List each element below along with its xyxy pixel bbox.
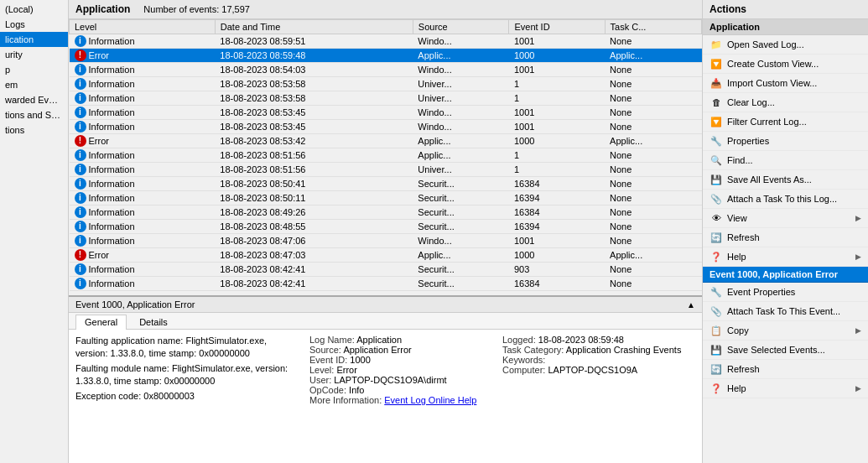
save-icon: 💾 xyxy=(709,343,723,356)
field-value: LAPTOP-DQCS1O9A xyxy=(548,365,637,375)
detail-line-3: Exception code: 0x80000003 xyxy=(75,390,296,403)
table-row[interactable]: iInformation 18-08-2023 08:53:58 Univer.… xyxy=(70,77,702,91)
cell-eventid: 1000 xyxy=(509,134,605,148)
action-item-event-properties[interactable]: 🔧 Event Properties xyxy=(703,283,868,302)
cell-datetime: 18-08-2023 08:47:03 xyxy=(215,248,413,263)
col-task[interactable]: Task C... xyxy=(605,20,701,34)
table-row[interactable]: !Error 18-08-2023 08:47:03 Applic... 100… xyxy=(70,248,702,263)
action-item-attach-task-to-this-event---[interactable]: 📎 Attach Task To This Event... xyxy=(703,302,868,321)
table-row[interactable]: !Error 18-08-2023 08:59:48 Applic... 100… xyxy=(70,49,702,63)
cell-level: !Error xyxy=(70,248,216,263)
action-item-copy[interactable]: 📋 Copy ▶ xyxy=(703,321,868,341)
action-item-open-saved-log---[interactable]: 📁 Open Saved Log... xyxy=(703,35,868,55)
detail-tabs: General Details xyxy=(69,313,702,330)
cell-eventid: 1001 xyxy=(509,234,605,248)
cell-datetime: 18-08-2023 08:48:55 xyxy=(215,220,413,234)
attach-icon: 📎 xyxy=(709,192,723,205)
action-label: Filter Current Log... xyxy=(727,117,861,127)
action-item-attach-a-task-to-this-log---[interactable]: 📎 Attach a Task To this Log... xyxy=(703,190,868,209)
table-row[interactable]: iInformation 18-08-2023 08:49:26 Securit… xyxy=(70,205,702,220)
event-table-container[interactable]: Level Date and Time Source Event ID Task… xyxy=(69,19,702,295)
action-item-filter-current-log---[interactable]: 🔽 Filter Current Log... xyxy=(703,112,868,132)
sidebar-item-application[interactable]: lication xyxy=(0,32,68,47)
help-icon: ❓ xyxy=(709,382,723,395)
detail-fields: Log Name: ApplicationLogged: 18-08-2023 … xyxy=(309,335,695,458)
cell-level: iInformation xyxy=(70,220,216,234)
cell-task: None xyxy=(605,263,701,277)
table-row[interactable]: iInformation 18-08-2023 08:42:41 Securit… xyxy=(70,277,702,291)
cell-level: !Error xyxy=(70,49,216,63)
attach-icon: 📎 xyxy=(709,304,723,318)
action-item-refresh[interactable]: 🔄 Refresh xyxy=(703,228,868,247)
right-panel: Actions Application 📁 Open Saved Log... … xyxy=(702,0,868,463)
cell-datetime: 18-08-2023 08:59:48 xyxy=(215,49,413,63)
col-datetime[interactable]: Date and Time xyxy=(215,20,413,34)
table-row[interactable]: iInformation 18-08-2023 08:59:51 Windo..… xyxy=(70,34,702,49)
cell-datetime: 18-08-2023 08:54:03 xyxy=(215,63,413,77)
cell-task: Applic... xyxy=(605,134,701,148)
cell-level: iInformation xyxy=(70,106,216,120)
action-item-help[interactable]: ❓ Help ▶ xyxy=(703,379,868,398)
info-icon: i xyxy=(75,221,86,232)
table-row[interactable]: iInformation 18-08-2023 08:42:41 Securit… xyxy=(70,263,702,277)
tab-details[interactable]: Details xyxy=(130,315,177,329)
action-item-import-custom-view---[interactable]: 📥 Import Custom View... xyxy=(703,74,868,93)
table-row[interactable]: iInformation 18-08-2023 08:53:58 Univer.… xyxy=(70,91,702,106)
action-item-view[interactable]: 👁 View ▶ xyxy=(703,209,868,228)
table-row[interactable]: iInformation 18-08-2023 08:53:45 Windo..… xyxy=(70,106,702,120)
table-row[interactable]: iInformation 18-08-2023 08:47:06 Windo..… xyxy=(70,234,702,248)
sidebar-item-subscriptions[interactable]: tions xyxy=(0,122,68,138)
action-item-save-all-events-as---[interactable]: 💾 Save All Events As... xyxy=(703,170,868,190)
field-label: More Information: xyxy=(309,395,382,405)
sidebar-item-security[interactable]: urity xyxy=(0,47,68,62)
event-log-link[interactable]: Event Log Online Help xyxy=(384,395,476,405)
submenu-arrow: ▶ xyxy=(855,214,861,222)
level-text: Information xyxy=(89,278,135,289)
table-row[interactable]: iInformation 18-08-2023 08:51:56 Applic.… xyxy=(70,148,702,163)
submenu-arrow: ▶ xyxy=(855,252,861,261)
table-row[interactable]: iInformation 18-08-2023 08:54:03 Windo..… xyxy=(70,63,702,77)
table-row[interactable]: iInformation 18-08-2023 08:50:11 Securit… xyxy=(70,191,702,205)
table-row[interactable]: iInformation 18-08-2023 08:48:55 Securit… xyxy=(70,220,702,234)
col-source[interactable]: Source xyxy=(413,20,509,34)
table-header-row: Level Date and Time Source Event ID Task… xyxy=(70,20,702,34)
sidebar-item-local[interactable]: (Local) xyxy=(0,2,68,17)
action-item-refresh[interactable]: 🔄 Refresh xyxy=(703,360,868,379)
table-row[interactable]: iInformation 18-08-2023 08:53:45 Windo..… xyxy=(70,120,702,134)
field-label: Source: xyxy=(309,345,341,355)
level-text: Information xyxy=(89,164,135,174)
field-value: Info xyxy=(349,385,364,395)
action-label: View xyxy=(727,213,851,223)
col-level[interactable]: Level xyxy=(70,20,216,34)
action-item-properties[interactable]: 🔧 Properties xyxy=(703,132,868,151)
sidebar-item-logs[interactable]: Logs xyxy=(0,17,68,32)
col-eventid[interactable]: Event ID xyxy=(509,20,605,34)
cell-level: iInformation xyxy=(70,34,216,49)
action-label: Import Custom View... xyxy=(727,78,861,88)
sidebar-item-services[interactable]: tions and Services Lo xyxy=(0,107,68,122)
info-icon: i xyxy=(75,35,86,47)
level-text: Error xyxy=(89,50,109,60)
table-row[interactable]: !Error 18-08-2023 08:53:42 Applic... 100… xyxy=(70,134,702,148)
detail-collapse-button[interactable]: ▲ xyxy=(687,300,695,310)
action-item-clear-log---[interactable]: 🗑 Clear Log... xyxy=(703,93,868,112)
table-row[interactable]: iInformation 18-08-2023 08:50:41 Securit… xyxy=(70,177,702,191)
cell-datetime: 18-08-2023 08:49:26 xyxy=(215,205,413,220)
table-row[interactable]: iInformation 18-08-2023 08:51:56 Univer.… xyxy=(70,163,702,177)
action-item-find---[interactable]: 🔍 Find... xyxy=(703,151,868,170)
cell-level: !Error xyxy=(70,134,216,148)
tab-general[interactable]: General xyxy=(75,315,127,330)
cell-level: iInformation xyxy=(70,205,216,220)
action-item-create-custom-view---[interactable]: 🔽 Create Custom View... xyxy=(703,55,868,74)
field-value: Error xyxy=(336,365,356,375)
sidebar-item-system[interactable]: em xyxy=(0,77,68,92)
actions-section-event: Event 1000, Application Error xyxy=(703,267,868,283)
folder-icon: 📁 xyxy=(709,38,723,51)
action-item-help[interactable]: ❓ Help ▶ xyxy=(703,247,868,267)
cell-eventid: 1 xyxy=(509,91,605,106)
cell-task: None xyxy=(605,220,701,234)
sidebar-item-setup[interactable]: p xyxy=(0,62,68,77)
find-icon: 🔍 xyxy=(709,153,723,167)
sidebar-item-forwarded[interactable]: warded Events xyxy=(0,92,68,107)
action-item-save-selected-events---[interactable]: 💾 Save Selected Events... xyxy=(703,341,868,360)
